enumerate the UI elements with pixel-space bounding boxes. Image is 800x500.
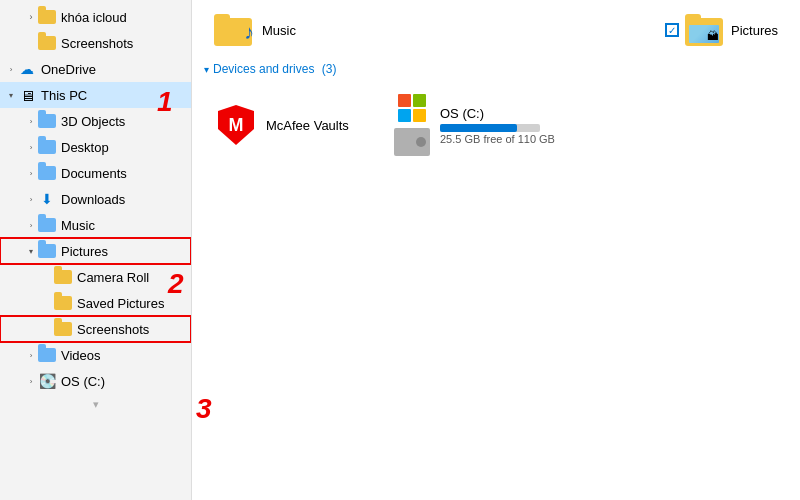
folder-icon [54, 294, 72, 312]
mcafee-shield-icon: M [218, 105, 254, 145]
osc-drive-name: OS (C:) [440, 106, 555, 121]
pictures-checkbox[interactable]: ✓ [665, 23, 679, 37]
sidebar-item-label: This PC [41, 88, 87, 103]
osc-drive-tile[interactable]: OS (C:) 25.5 GB free of 110 GB [382, 86, 582, 164]
drive-space-bar [440, 124, 540, 132]
windows-logo-icon [398, 94, 426, 122]
thispc-icon: 🖥 [18, 86, 36, 104]
sidebar-item-videos[interactable]: › Videos [0, 342, 191, 368]
chevron-icon: › [24, 117, 38, 126]
onedrive-icon: ☁ [18, 60, 36, 78]
chevron-icon: › [24, 195, 38, 204]
drives-area: M McAfee Vaults OS [192, 80, 800, 170]
music-folder-tile[interactable]: ♪ Music [204, 8, 334, 52]
scroll-indicator: ▾ [0, 394, 191, 415]
mcafee-icon: M [216, 105, 256, 145]
folder-icon [54, 268, 72, 286]
sidebar-item-screenshots-top[interactable]: Screenshots [0, 30, 191, 56]
sidebar-item-label: Desktop [61, 140, 109, 155]
sidebar-item-label: Screenshots [77, 322, 149, 337]
sidebar-item-label: Documents [61, 166, 127, 181]
hdd-icon [394, 128, 430, 156]
mcafee-drive-tile[interactable]: M McAfee Vaults [204, 86, 374, 164]
mcafee-drive-name: McAfee Vaults [266, 118, 349, 133]
sidebar-item-music[interactable]: › Music [0, 212, 191, 238]
download-icon: ⬇ [38, 190, 56, 208]
music-folder-label: Music [262, 23, 296, 38]
sidebar-item-label: Pictures [61, 244, 108, 259]
section-chevron-icon: ▾ [204, 64, 209, 75]
sidebar-item-osc[interactable]: › 💽 OS (C:) [0, 368, 191, 394]
sidebar-item-label: 3D Objects [61, 114, 125, 129]
chevron-icon: ▾ [24, 247, 38, 256]
folder-blue-icon [38, 112, 56, 130]
chevron-icon: › [24, 221, 38, 230]
drive-free-label: 25.5 GB free of 110 GB [440, 133, 555, 145]
folder-blue-icon [38, 346, 56, 364]
devices-section-label: Devices and drives (3) [213, 62, 336, 76]
sidebar-item-label: OneDrive [41, 62, 96, 77]
sidebar-item-label: Music [61, 218, 95, 233]
sidebar-item-label: Videos [61, 348, 101, 363]
sidebar-item-onedrive[interactable]: › ☁ OneDrive [0, 56, 191, 82]
pictures-folder-tile[interactable]: ✓ Pictures [655, 8, 788, 52]
main-content: ♪ Music ✓ Pictures ▾ Devices and dr [192, 0, 800, 500]
chevron-icon: › [24, 351, 38, 360]
folder-blue-icon [38, 164, 56, 182]
sidebar-item-pictures[interactable]: ▾ Pictures [0, 238, 191, 264]
folder-blue-icon [38, 138, 56, 156]
sidebar-item-label: Saved Pictures [77, 296, 164, 311]
sidebar-item-screenshots[interactable]: Screenshots [0, 316, 191, 342]
sidebar-item-label: Camera Roll [77, 270, 149, 285]
folder-icon [54, 320, 72, 338]
sidebar-item-cameraroll[interactable]: Camera Roll [0, 264, 191, 290]
osc-drive-info: OS (C:) 25.5 GB free of 110 GB [440, 106, 555, 145]
pictures-folder-label: Pictures [731, 23, 778, 38]
sidebar: › khóa icloud Screenshots › ☁ OneDrive ▾… [0, 0, 192, 500]
chevron-icon: › [4, 65, 18, 74]
sidebar-item-label: Downloads [61, 192, 125, 207]
drive-space-fill [440, 124, 517, 132]
chevron-icon: › [24, 12, 38, 22]
top-folders-area: ♪ Music ✓ Pictures [192, 0, 800, 56]
folder-blue-icon [38, 242, 56, 260]
chevron-icon: › [24, 169, 38, 178]
chevron-icon: › [24, 143, 38, 152]
osc-drive-icon [394, 94, 430, 156]
chevron-icon: ▾ [4, 91, 18, 100]
sidebar-item-label: OS (C:) [61, 374, 105, 389]
sidebar-item-documents[interactable]: › Documents [0, 160, 191, 186]
sidebar-item-thispc[interactable]: ▾ 🖥 This PC [0, 82, 191, 108]
chevron-icon: › [24, 377, 38, 386]
folder-blue-icon [38, 216, 56, 234]
mcafee-drive-info: McAfee Vaults [266, 118, 349, 133]
pictures-folder-icon [685, 14, 725, 46]
sidebar-item-desktop[interactable]: › Desktop [0, 134, 191, 160]
sidebar-item-downloads[interactable]: › ⬇ Downloads [0, 186, 191, 212]
devices-section-header[interactable]: ▾ Devices and drives (3) [192, 56, 800, 80]
sidebar-item-3dobjects[interactable]: › 3D Objects [0, 108, 191, 134]
sidebar-item-label: Screenshots [61, 36, 133, 51]
folder-icon [38, 8, 56, 26]
drive-icon: 💽 [38, 372, 56, 390]
folder-icon [38, 34, 56, 52]
sidebar-item-icloud[interactable]: › khóa icloud [0, 4, 191, 30]
music-folder-icon: ♪ [214, 14, 254, 46]
sidebar-item-label: khóa icloud [61, 10, 127, 25]
sidebar-item-savedpictures[interactable]: Saved Pictures [0, 290, 191, 316]
music-note-icon: ♪ [244, 21, 254, 44]
